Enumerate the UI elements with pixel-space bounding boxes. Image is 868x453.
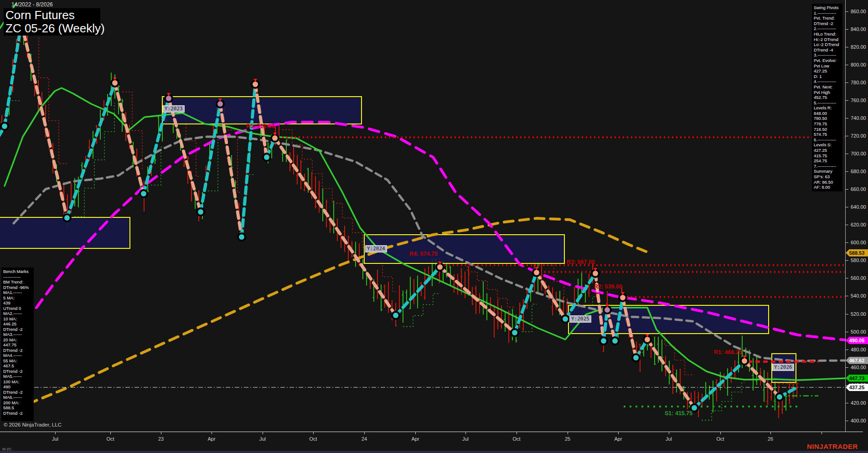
time-axis-label-24: 24	[362, 436, 367, 442]
price-axis-tick	[845, 100, 848, 101]
time-axis-tick	[263, 432, 263, 434]
price-axis-label: 660.00	[851, 186, 866, 192]
price-axis-label: 640.00	[851, 204, 866, 210]
chart-window: 14/2022 - 8/2026 Corn Futures ZC 05-26 (…	[0, 0, 868, 453]
chart-canvas[interactable]	[0, 0, 868, 432]
swing-pivots-line-26: Levels S:	[814, 142, 842, 148]
swing-pivots-panel: Swing Pivots1.-------------Pvt. Trend:DT…	[812, 4, 842, 191]
price-axis-label: 700.00	[851, 151, 866, 156]
swing-pivots-line-8: DTrend -4	[814, 47, 842, 53]
time-axis-label-Jul: Jul	[52, 436, 58, 442]
bench-marks-line-2: BM Trend:	[3, 279, 33, 285]
swing-pivots-line-21: 780.50	[814, 116, 842, 121]
price-axis-label: 500.00	[851, 329, 866, 335]
year-box-label-Y-2023: Y:2023	[163, 105, 185, 113]
price-axis-label: 800.00	[851, 62, 866, 67]
bench-marks-panel: Bench Marks------------BM Trend:DTrend -…	[1, 268, 34, 421]
swing-pivots-line-6: Hi:-2 DTrend	[814, 37, 842, 42]
price-axis-tick	[845, 296, 848, 296]
price-axis-tick	[845, 11, 848, 12]
price-axis-tick	[845, 47, 848, 47]
bench-marks-line-1: ------------	[3, 274, 33, 280]
level-label-R3: R3: 567.00	[567, 259, 595, 265]
time-axis-tick	[465, 432, 466, 434]
price-axis-label: 600.00	[851, 240, 866, 245]
level-label-R5: R5: 718.50	[246, 123, 274, 129]
time-axis-label-Apr: Apr	[614, 436, 622, 442]
swing-pivots-line-18: 5.-------------	[814, 100, 842, 106]
price-tag-437.25: 437.25	[846, 384, 868, 391]
time-axis-label-Apr: Apr	[411, 436, 419, 442]
level-label-R1: R1: 466.25	[714, 349, 742, 355]
swing-markers-layer	[0, 17, 784, 412]
swing-pivots-line-19: Levels R:	[814, 105, 842, 111]
swing-pivots-line-27: 427.25	[814, 148, 842, 153]
contract-title: ZC 05-26 (Weekly)	[5, 22, 98, 35]
swing-pivots-line-14: 4.-------------	[814, 79, 842, 84]
price-axis-tick	[845, 421, 848, 421]
swing-pivots-line-7: Lo:-2 DTrend	[814, 42, 842, 47]
swing-pivots-line-3: DTrend -2	[814, 21, 842, 26]
copyright-label: © 2026 NinjaTrader, LLC	[4, 422, 62, 427]
swing-pivots-line-12: 427.25	[814, 68, 842, 74]
swing-pivots-line-1: 1.-------------	[814, 10, 842, 16]
swing-pivots-line-2: Pvt. Trend:	[814, 15, 842, 21]
price-axis-tick	[845, 207, 848, 207]
price-axis-label: 840.00	[851, 26, 866, 32]
price-tag-447.73: 447.73	[846, 375, 868, 382]
price-axis-tick	[845, 403, 848, 403]
bench-marks-line-4: MA1.------	[3, 290, 33, 295]
time-axis-tick	[822, 432, 822, 434]
swing-pivots-line-4: 2.-------------	[814, 26, 842, 31]
bench-marks-line-15: DTrend -2	[3, 348, 33, 353]
time-axis-label-Apr: Apr	[207, 436, 215, 442]
swing-pivots-line-11: Pvt Low	[814, 63, 842, 69]
bench-marks-line-19: DTrend -2	[3, 369, 33, 374]
time-axis-tick	[669, 432, 669, 434]
swing-pivots-line-10: Pvt. Evolve:	[814, 58, 842, 63]
bench-marks-line-13: 20 MA:	[3, 337, 33, 343]
time-axis-tick	[313, 432, 314, 434]
swing-pivots-line-17: 452.75	[814, 95, 842, 100]
time-axis-label-Jul: Jul	[462, 436, 469, 442]
bench-marks-line-12: MA3.------	[3, 332, 33, 337]
swing-pivots-line-25: 6.-------------	[814, 137, 842, 143]
swing-pivots-line-28: 415.75	[814, 153, 842, 159]
swing-pivots-line-0: Swing Pivots	[814, 5, 842, 10]
bench-marks-line-20: MA5.------	[3, 374, 33, 379]
time-axis-tick	[568, 432, 568, 434]
price-tag-467.62: 467.62	[846, 357, 868, 364]
time-axis-tick	[55, 432, 56, 434]
bench-marks-line-16: MA4.------	[3, 353, 33, 358]
price-axis-tick	[845, 136, 848, 136]
time-axis-label-25: 25	[565, 436, 570, 442]
time-axis-label-Jul: Jul	[666, 436, 672, 442]
bench-marks-line-26: 588.5	[3, 405, 33, 411]
swing-pivots-line-34: AF: 8.00	[814, 185, 842, 190]
bench-marks-line-21: 100 MA:	[3, 379, 33, 385]
price-axis-label: 400.00	[851, 418, 866, 423]
price-axis-tick	[845, 350, 848, 350]
price-axis-label: 760.00	[851, 98, 866, 103]
bench-marks-line-22: 490	[3, 384, 33, 390]
swing-pivots-line-13: D: 1	[814, 74, 842, 79]
time-axis-tick	[517, 432, 517, 434]
year-box-label-Y-2025: Y:2025	[569, 315, 591, 323]
price-axis-label: 680.00	[851, 169, 866, 174]
price-axis-label: 720.00	[851, 133, 866, 139]
swing-pivots-line-32: SP's: 63	[814, 174, 842, 180]
price-axis-label: 540.00	[851, 293, 866, 299]
bench-marks-line-7: UTrend 0	[3, 306, 33, 311]
swing-pivots-line-22: 778.75	[814, 121, 842, 127]
time-axis-label-Oct: Oct	[106, 436, 114, 442]
swing-pivots-line-23: 718.50	[814, 127, 842, 132]
swing-pivots-line-24: 574.75	[814, 132, 842, 137]
date-range-label: 14/2022 - 8/2026	[11, 1, 53, 8]
price-axis-label: 580.00	[851, 257, 866, 263]
price-axis-tick	[845, 278, 848, 278]
bench-marks-line-8: MA2.------	[3, 311, 33, 316]
bench-marks-line-24: MA6.------	[3, 395, 33, 400]
time-axis-tick	[161, 432, 161, 434]
time-axis-tick	[212, 432, 212, 434]
price-axis-tick	[845, 367, 848, 368]
